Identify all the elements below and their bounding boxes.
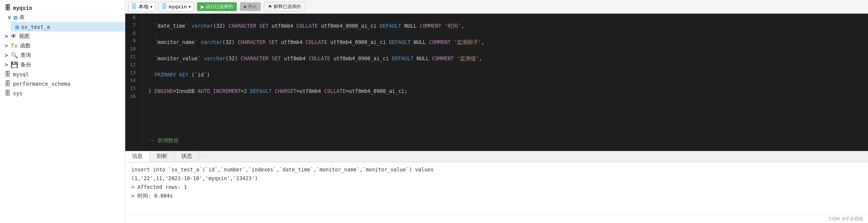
sidebar-item-sx-test-a[interactable]: ▦ sx_test_a — [11, 22, 125, 31]
local-db-icon: 🗄 — [131, 3, 137, 10]
main-panel: 🗄 本地 ▾ 🗄 myqxin ▾ ▶ 运行已选择的 ■ 停止 ⚑ 解释已选择的… — [125, 0, 868, 223]
mysql-db-icon: 🗄 — [5, 71, 11, 78]
view-icon: 👁 — [11, 33, 17, 40]
sidebar-item-perf-schema[interactable]: 🗄 performance_schema — [0, 79, 125, 88]
sidebar-item-queries[interactable]: > 🔍 查询 — [0, 50, 125, 60]
query-icon: 🔍 — [11, 52, 18, 59]
run-button[interactable]: ▶ 运行已选择的 — [197, 2, 237, 11]
db-dropdown-arrow-icon: ▾ — [188, 4, 191, 9]
code-line-10: ) ENGINE=InnoDB AUTO_INCREMENT=2 DEFAULT… — [148, 87, 862, 96]
sidebar-item-tables[interactable]: ∨ ▦ 表 — [3, 13, 125, 22]
tab-analyze[interactable]: 剖析 — [150, 151, 175, 162]
func-collapse-icon: > — [5, 42, 8, 49]
stop-icon: ■ — [244, 4, 246, 9]
tab-info[interactable]: 信息 — [125, 151, 150, 162]
sys-db-icon: 🗄 — [5, 90, 11, 97]
db-select-icon: 🗄 — [161, 3, 167, 10]
view-collapse-icon: > — [5, 33, 8, 40]
stop-button[interactable]: ■ 停止 — [240, 2, 261, 11]
sidebar-item-sys[interactable]: 🗄 sys — [0, 88, 125, 98]
bottom-content: insert into `sx_test_a`(`id`,`number`,`i… — [125, 162, 868, 215]
sidebar-root-db[interactable]: 🗄 myqxin — [0, 3, 125, 13]
dropdown-arrow-icon: ▾ — [150, 4, 153, 9]
table-group-icon: ▦ — [14, 14, 17, 21]
code-line-7: `monitor_name` varchar(32) CHARACTER SET… — [148, 38, 862, 47]
sidebar-item-mysql[interactable]: 🗄 mysql — [0, 69, 125, 79]
result-line-4: > 时间: 0.004s — [131, 192, 862, 200]
sidebar-item-views[interactable]: > 👁 视图 — [0, 31, 125, 41]
table-icon: ▦ — [15, 23, 19, 30]
backup-icon: 💾 — [11, 61, 18, 68]
query-collapse-icon: > — [5, 52, 8, 59]
code-line-8: `monitor_value` varchar(32) CHARACTER SE… — [148, 55, 862, 63]
code-content[interactable]: `date_time` varchar(32) CHARACTER SET ut… — [142, 14, 868, 151]
bottom-tabs: 信息 剖析 状态 — [125, 151, 868, 162]
perf-db-icon: 🗄 — [5, 80, 11, 87]
sidebar-group-tables: ∨ ▦ 表 ▦ sx_test_a — [0, 13, 125, 31]
explain-icon: ⚑ — [268, 4, 272, 9]
local-select[interactable]: 🗄 本地 ▾ — [128, 2, 156, 11]
code-editor[interactable]: 6 7 8 9 10 11 12 13 14 15 16 `date_time`… — [125, 14, 868, 151]
expand-icon: ∨ — [8, 14, 11, 21]
code-line-9: PRIMARY KEY (`id`) — [148, 71, 862, 79]
db-select[interactable]: 🗄 myqxin ▾ — [159, 2, 194, 11]
explain-button[interactable]: ⚑ 解释已选择的 — [264, 2, 305, 11]
line-numbers: 6 7 8 9 10 11 12 13 14 15 16 — [125, 14, 142, 151]
code-line-6: `date_time` varchar(32) CHARACTER SET ut… — [148, 22, 862, 30]
tab-status[interactable]: 状态 — [175, 151, 199, 162]
db-icon: 🗄 — [5, 4, 11, 11]
code-line-11 — [148, 104, 862, 112]
code-line-13: -- 新增数据 — [148, 137, 862, 145]
sidebar-item-backup[interactable]: > 💾 备份 — [0, 60, 125, 69]
code-line-12 — [148, 120, 862, 129]
bottom-panel: 信息 剖析 状态 insert into `sx_test_a`(`id`,`n… — [125, 151, 868, 223]
watermark: CSDN @子非我鱼 — [125, 215, 868, 223]
backup-collapse-icon: > — [5, 61, 8, 68]
func-icon: fx — [11, 42, 18, 49]
sidebar: 🗄 myqxin ∨ ▦ 表 ▦ sx_test_a > 👁 视图 > fx 函… — [0, 0, 125, 223]
result-line-2: (1,'22',11,'2021-10-10','myqxin','23423'… — [131, 174, 862, 183]
run-icon: ▶ — [201, 4, 204, 9]
result-line-1: insert into `sx_test_a`(`id`,`number`,`i… — [131, 165, 862, 174]
sidebar-item-funcs[interactable]: > fx 函数 — [0, 41, 125, 50]
result-line-3: > Affected rows: 1 — [131, 183, 862, 192]
toolbar: 🗄 本地 ▾ 🗄 myqxin ▾ ▶ 运行已选择的 ■ 停止 ⚑ 解释已选择的 — [125, 0, 868, 14]
